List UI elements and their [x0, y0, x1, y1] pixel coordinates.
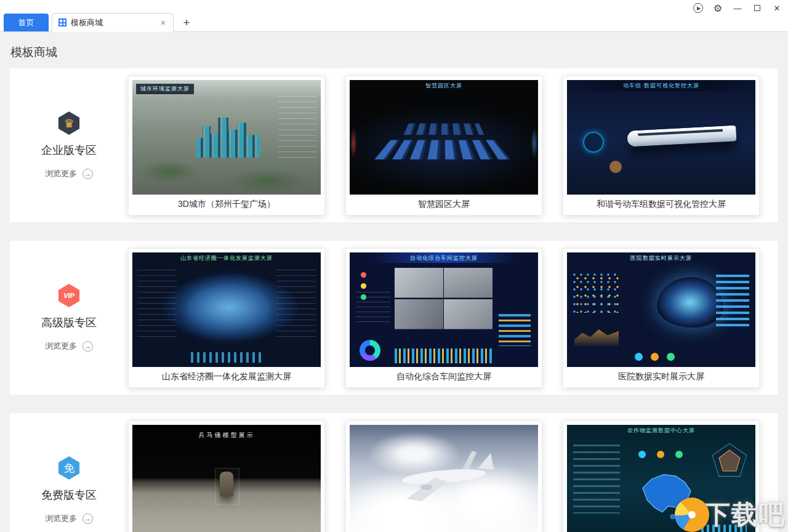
template-card[interactable]: 兵马俑模型展示 — [128, 421, 325, 532]
tab-title: 模板商城 — [71, 17, 155, 28]
template-card[interactable]: 动车组·数据可视化管控大屏 和谐号动车组数据可视化管控大屏 — [563, 76, 760, 216]
template-thumbnail-train[interactable]: 动车组·数据可视化管控大屏 — [567, 80, 755, 195]
card-row: 城市环境监测大屏 3D城市（郑州千玺广场） 智慧园区大屏 智慧园区大屏 动车组·… — [128, 76, 760, 216]
section-premium-side: VIP 高级版专区 浏览更多 → — [10, 284, 128, 352]
section-enterprise: ♛ 企业版专区 浏览更多 → 城市环境监测大屏 3D城市（郑州千玺广场） 智慧园… — [10, 68, 778, 222]
stat-dots-graphic — [635, 353, 643, 361]
browse-more-link[interactable]: 浏览更多 → — [45, 513, 93, 524]
card-row: 兵马俑模型展示 农作物监测数据中心大屏 — [128, 421, 760, 532]
window-controls: ▶ ⚙ — ✕ — [693, 2, 782, 14]
browse-more-link[interactable]: 浏览更多 → — [45, 168, 93, 179]
browse-more-label: 浏览更多 — [45, 513, 77, 524]
home-tab-button[interactable]: 首页 — [4, 14, 49, 31]
area-chart-graphic — [574, 325, 619, 346]
template-card[interactable]: 农作物监测数据中心大屏 — [563, 421, 760, 532]
template-card[interactable] — [345, 421, 542, 532]
template-card[interactable]: 自动化综合车间监控大屏 自动化综合车间监控大屏 — [345, 248, 542, 388]
template-caption: 山东省经济圈一体化发展监测大屏 — [132, 367, 321, 387]
thumbnail-title: 动车组·数据可视化管控大屏 — [567, 80, 755, 91]
tab-close-icon[interactable]: × — [159, 18, 167, 28]
arrow-right-icon: → — [82, 169, 93, 179]
close-window-icon[interactable]: ✕ — [772, 3, 782, 13]
arrow-right-icon: → — [82, 341, 93, 352]
template-card[interactable]: 医院数据实时展示大屏 医院数据实时展示大屏 — [563, 248, 760, 388]
template-thumbnail-airplane[interactable] — [350, 425, 538, 532]
thumbnail-title: 农作物监测数据中心大屏 — [567, 425, 755, 436]
thumbnail-title: 城市环境监测大屏 — [136, 84, 194, 94]
minimize-icon[interactable]: — — [733, 3, 742, 13]
section-title: 免费版专区 — [41, 488, 97, 502]
arrow-right-icon: → — [82, 514, 93, 524]
title-bar: ▶ ⚙ — ✕ 首页 模板商城 × + — [0, 0, 788, 32]
radar-chart-graphic — [710, 441, 749, 480]
card-row: 山东省经济圈一体化发展监测大屏 山东省经济圈一体化发展监测大屏 自动化综合车间监… — [128, 248, 760, 388]
template-thumbnail-smart-park[interactable]: 智慧园区大屏 — [350, 80, 538, 195]
thumbnail-title: 医院数据实时展示大屏 — [567, 252, 755, 264]
stat-dots-graphic — [638, 451, 646, 458]
page-title: 模板商城 — [10, 44, 788, 60]
vip-badge-icon: VIP — [57, 284, 81, 307]
section-free: 免 免费版专区 浏览更多 → 兵马俑模型展示 — [10, 413, 778, 532]
section-enterprise-side: ♛ 企业版专区 浏览更多 → — [10, 111, 128, 179]
template-card[interactable]: 山东省经济圈一体化发展监测大屏 山东省经济圈一体化发展监测大屏 — [128, 248, 325, 388]
template-caption: 和谐号动车组数据可视化管控大屏 — [567, 195, 755, 215]
stat-dots-graphic — [361, 272, 366, 278]
template-caption: 自动化综合车间监控大屏 — [350, 367, 538, 387]
section-title: 高级版专区 — [41, 315, 97, 330]
maximize-icon[interactable] — [752, 3, 762, 13]
template-thumbnail-shandong-map[interactable]: 山东省经济圈一体化发展监测大屏 — [132, 252, 321, 367]
template-card[interactable]: 城市环境监测大屏 3D城市（郑州千玺广场） — [128, 76, 325, 216]
section-premium: VIP 高级版专区 浏览更多 → 山东省经济圈一体化发展监测大屏 山东省经济圈一… — [10, 241, 778, 395]
airplane-graphic — [385, 441, 502, 515]
settings-gear-icon[interactable]: ⚙ — [713, 3, 723, 13]
template-mall-tab-icon — [58, 18, 66, 26]
section-title: 企业版专区 — [41, 143, 97, 158]
thumbnail-title: 智慧园区大屏 — [350, 80, 538, 91]
tab-template-mall[interactable]: 模板商城 × — [52, 13, 174, 32]
template-thumbnail-terracotta[interactable]: 兵马俑模型展示 — [132, 425, 321, 532]
thumbnail-title: 自动化综合车间监控大屏 — [350, 252, 538, 264]
china-map-graphic — [629, 462, 704, 523]
thumbnail-title: 兵马俑模型展示 — [132, 430, 321, 441]
template-caption: 智慧园区大屏 — [350, 195, 538, 215]
template-thumbnail-hospital[interactable]: 医院数据实时展示大屏 — [567, 252, 755, 367]
template-thumbnail-agriculture[interactable]: 农作物监测数据中心大屏 — [567, 425, 755, 532]
run-preview-icon[interactable]: ▶ — [693, 3, 703, 13]
crown-badge-icon: ♛ — [57, 111, 81, 135]
template-caption: 医院数据实时展示大屏 — [567, 367, 755, 387]
template-thumbnail-3d-city[interactable]: 城市环境监测大屏 — [132, 80, 321, 195]
donut-chart-graphic — [360, 340, 380, 361]
new-tab-button[interactable]: + — [180, 16, 193, 30]
template-caption: 3D城市（郑州千玺广场） — [132, 195, 321, 215]
thumbnail-title: 山东省经济圈一体化发展监测大屏 — [132, 252, 321, 264]
template-thumbnail-workshop[interactable]: 自动化综合车间监控大屏 — [350, 252, 538, 367]
free-badge-icon: 免 — [57, 456, 81, 480]
section-free-side: 免 免费版专区 浏览更多 → — [10, 456, 128, 524]
browse-more-label: 浏览更多 — [45, 168, 77, 179]
template-card[interactable]: 智慧园区大屏 智慧园区大屏 — [345, 76, 542, 216]
browse-more-label: 浏览更多 — [45, 341, 77, 352]
browse-more-link[interactable]: 浏览更多 → — [45, 341, 93, 352]
